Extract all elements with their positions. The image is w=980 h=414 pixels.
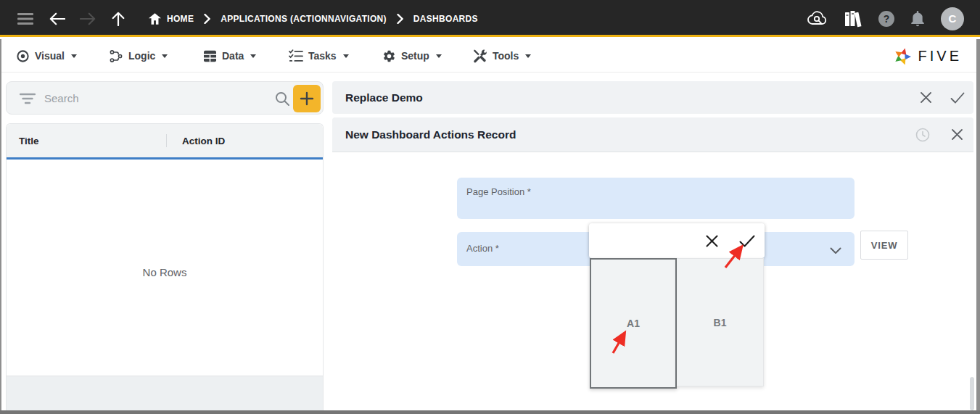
menu-setup[interactable]: Setup (382, 39, 442, 73)
search-icon[interactable] (275, 91, 290, 109)
notifications-bell-icon[interactable] (910, 10, 925, 27)
caret-down-icon (343, 54, 349, 58)
column-divider[interactable] (166, 134, 167, 147)
menu-setup-label: Setup (401, 50, 429, 62)
topbar-actions: ? C (807, 0, 964, 37)
window-border-right (976, 39, 980, 414)
close-record-button[interactable] (947, 125, 967, 145)
window-border-bottom (0, 410, 980, 414)
caret-down-icon (436, 54, 442, 58)
setup-gear-icon (382, 49, 396, 63)
breadcrumb-home-label: HOME (167, 14, 194, 24)
five-brand-text: FIVE (918, 48, 962, 65)
menu-visual-label: Visual (35, 50, 65, 62)
plus-icon (300, 91, 314, 106)
save-form-button[interactable] (947, 88, 968, 108)
caret-down-icon (71, 54, 77, 58)
tasks-icon (289, 49, 303, 62)
hamburger-menu-icon[interactable] (16, 0, 35, 37)
breadcrumb-dashboards[interactable]: DASHBOARDS (413, 14, 478, 24)
breadcrumb-home[interactable]: HOME (149, 13, 194, 25)
check-icon (950, 92, 965, 104)
history-clock-button[interactable] (913, 125, 933, 145)
breadcrumb: HOME APPLICATIONS (ACTIONNAVIGATION) DAS… (149, 0, 478, 37)
picker-toolbar (589, 223, 765, 258)
table-header: Title Action ID (7, 124, 323, 157)
cloud-search-icon[interactable] (807, 11, 828, 27)
top-navbar: HOME APPLICATIONS (ACTIONNAVIGATION) DAS… (0, 0, 980, 37)
search-bar (6, 81, 324, 115)
up-arrow-icon[interactable] (109, 0, 128, 37)
tools-icon (473, 49, 487, 63)
forward-arrow-icon[interactable] (78, 0, 97, 37)
menu-visual[interactable]: Visual (16, 39, 77, 73)
breadcrumb-applications[interactable]: APPLICATIONS (ACTIONNAVIGATION) (221, 14, 387, 24)
five-pinwheel-icon (891, 44, 914, 67)
menu-data[interactable]: Data (203, 39, 256, 73)
picker-confirm-button[interactable] (736, 230, 758, 252)
search-input[interactable] (44, 83, 262, 113)
menu-tools-label: Tools (493, 50, 519, 62)
caret-down-icon (162, 54, 168, 58)
form-header: Replace Demo (332, 81, 973, 114)
chevron-down-icon[interactable] (830, 244, 841, 257)
table-footer (7, 376, 323, 411)
menu-logic[interactable]: Logic (109, 39, 168, 73)
menu-data-label: Data (222, 50, 244, 62)
position-cell-a1[interactable]: A1 (590, 258, 677, 389)
help-icon[interactable]: ? (878, 11, 894, 27)
chevron-right-icon (204, 14, 210, 24)
window-border-left (0, 39, 1, 414)
home-icon (149, 13, 161, 25)
scrollbar-thumb[interactable] (970, 377, 974, 410)
record-title: New Dashboard Actions Record (345, 117, 516, 152)
column-header-title[interactable]: Title (19, 124, 39, 157)
close-icon (705, 234, 719, 248)
close-icon (920, 91, 932, 104)
records-table: Title Action ID No Rows (6, 123, 324, 410)
menu-logic-label: Logic (128, 50, 155, 62)
data-icon (203, 50, 217, 62)
check-icon (739, 235, 755, 247)
five-brand-logo: FIVE (891, 39, 962, 73)
form-title: Replace Demo (345, 81, 423, 114)
no-rows-message: No Rows (7, 266, 323, 278)
menu-tasks-label: Tasks (308, 50, 337, 62)
page-position-field[interactable]: Page Position * (457, 178, 855, 219)
library-books-icon[interactable] (844, 10, 862, 28)
menu-tasks[interactable]: Tasks (289, 39, 349, 73)
position-cell-b1[interactable]: B1 (677, 258, 764, 386)
caret-down-icon (250, 54, 256, 58)
five-app-window: HOME APPLICATIONS (ACTIONNAVIGATION) DAS… (0, 0, 980, 414)
page-position-label: Page Position * (466, 186, 531, 197)
cancel-form-button[interactable] (915, 88, 936, 108)
close-icon (951, 128, 963, 141)
back-arrow-icon[interactable] (48, 0, 67, 37)
view-button[interactable]: VIEW (860, 231, 908, 260)
table-header-underline (7, 157, 323, 160)
menu-tools[interactable]: Tools (473, 39, 531, 73)
record-header: New Dashboard Actions Record (332, 117, 973, 152)
action-label: Action * (466, 243, 499, 254)
logic-icon (109, 49, 123, 63)
caret-down-icon (525, 54, 531, 58)
clock-icon (915, 128, 930, 142)
page-position-picker-popup: A1 B1 (589, 223, 765, 389)
user-avatar[interactable]: C (941, 7, 964, 30)
visual-icon (16, 49, 30, 63)
main-menubar: Visual Logic Data Tasks Setup Tools (0, 39, 980, 73)
chevron-right-icon (397, 14, 403, 24)
filter-icon[interactable] (20, 92, 36, 108)
picker-cancel-button[interactable] (701, 230, 722, 252)
add-record-button[interactable] (293, 85, 321, 112)
column-header-action-id[interactable]: Action ID (182, 124, 225, 157)
